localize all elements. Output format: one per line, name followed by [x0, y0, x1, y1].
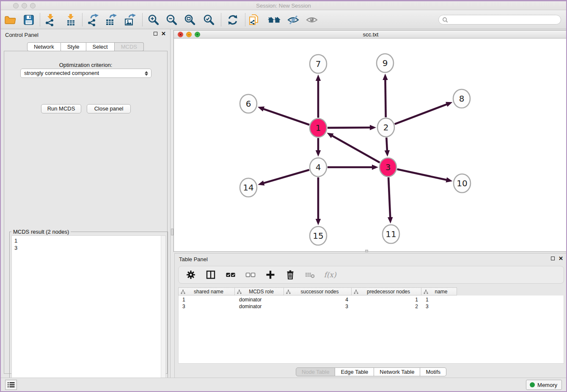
- export-image-button[interactable]: [123, 13, 138, 27]
- graph-node-15[interactable]: 15: [310, 226, 327, 245]
- zoom-out-button[interactable]: [165, 13, 179, 27]
- show-column-panel-button[interactable]: [205, 269, 216, 280]
- zoom-in-button[interactable]: [146, 13, 161, 27]
- canvas-splitter-handle[interactable]: [365, 250, 368, 252]
- graph-node-14[interactable]: 14: [240, 178, 257, 197]
- column-header-shared-name[interactable]: shared name: [178, 287, 235, 295]
- function-builder-button-disabled[interactable]: f(x): [325, 269, 336, 280]
- criterion-dropdown[interactable]: strongly connected component: [20, 69, 151, 78]
- control-panel-title: Control Panel: [5, 32, 39, 38]
- tab-network-table[interactable]: Network Table: [374, 367, 420, 376]
- graph-edge-4-14[interactable]: [258, 170, 309, 185]
- tab-edge-table[interactable]: Edge Table: [335, 367, 374, 376]
- table-settings-button[interactable]: [185, 269, 196, 280]
- run-mcds-button[interactable]: Run MCDS: [41, 104, 81, 113]
- close-panel-icon[interactable]: ✕: [161, 32, 166, 36]
- plus-icon: [265, 269, 276, 280]
- column-label: name: [435, 289, 447, 295]
- search-icon: [442, 17, 448, 23]
- deselect-all-columns-button[interactable]: [245, 269, 256, 280]
- import-network-button[interactable]: [43, 13, 58, 27]
- memory-button[interactable]: Memory: [526, 380, 562, 390]
- home-button[interactable]: [267, 13, 281, 27]
- create-column-button[interactable]: [265, 269, 276, 280]
- graph-edge-3-1[interactable]: [327, 133, 380, 163]
- delete-table-button-disabled[interactable]: [305, 269, 316, 280]
- graph-edge-1-4[interactable]: [316, 138, 321, 157]
- zoom-selected-icon: [203, 14, 215, 26]
- save-session-button[interactable]: [22, 13, 36, 27]
- import-table-button[interactable]: [63, 13, 78, 27]
- task-history-button[interactable]: [5, 380, 17, 390]
- tab-motifs[interactable]: Motifs: [420, 367, 446, 376]
- checked-boxes-icon: [225, 269, 236, 280]
- column-header-mcds-role[interactable]: MCDS role: [235, 287, 284, 295]
- cell-name: 3: [422, 303, 457, 310]
- delete-column-button[interactable]: [285, 269, 296, 280]
- table-row[interactable]: 3dominator323: [179, 303, 457, 310]
- float-panel-icon[interactable]: [154, 32, 157, 36]
- control-panel-tabs: NetworkStyleSelectMCDS: [1, 42, 170, 51]
- toolbar-separator: [245, 13, 245, 26]
- graph-edge-2-3[interactable]: [385, 138, 390, 157]
- table-row[interactable]: 1dominator411: [179, 296, 457, 303]
- cell-successor-nodes: 3: [284, 303, 352, 310]
- graph-node-3[interactable]: 3: [380, 158, 396, 177]
- graph-node-11[interactable]: 11: [383, 225, 399, 243]
- result-scrollbar[interactable]: [161, 236, 165, 392]
- select-all-columns-button[interactable]: [225, 269, 236, 280]
- clone-network-button[interactable]: [247, 13, 261, 27]
- apply-layout-button[interactable]: [226, 13, 240, 27]
- graph-node-4[interactable]: 4: [310, 158, 327, 177]
- export-table-button[interactable]: [104, 13, 118, 27]
- tab-style[interactable]: Style: [61, 42, 86, 51]
- tab-select[interactable]: Select: [86, 42, 115, 51]
- graph-edge-3-11[interactable]: [388, 177, 393, 224]
- node-label: 7: [316, 59, 321, 69]
- show-all-button[interactable]: [305, 13, 319, 27]
- graph-edge-2-9[interactable]: [383, 74, 388, 117]
- graph-edge-1-6[interactable]: [258, 107, 309, 125]
- graph-edge-3-10[interactable]: [397, 169, 453, 182]
- network-window-titlebar: ✕ − + scc.txt: [174, 30, 567, 39]
- graph-node-6[interactable]: 6: [240, 94, 257, 113]
- zoom-selected-button[interactable]: [202, 13, 216, 27]
- graph-node-1[interactable]: 1: [310, 119, 327, 137]
- column-header-successor-nodes[interactable]: successor nodes: [284, 287, 352, 295]
- hide-selected-button[interactable]: [286, 13, 300, 27]
- graph-edge-1-7[interactable]: [316, 75, 321, 118]
- tab-network[interactable]: Network: [27, 42, 61, 51]
- sort-icon: [424, 290, 428, 294]
- graph-edge-1-2[interactable]: [328, 125, 376, 130]
- graph-edge-4-3[interactable]: [328, 165, 378, 170]
- table-float-icon[interactable]: [551, 257, 555, 260]
- column-header-predecessor-nodes[interactable]: predecessor nodes: [352, 287, 421, 295]
- mcds-result-list[interactable]: 1 3: [11, 235, 166, 392]
- table-close-icon[interactable]: ✕: [559, 257, 563, 260]
- tab-node-table[interactable]: Node Table: [296, 367, 336, 376]
- graph-node-8[interactable]: 8: [453, 89, 470, 108]
- column-header-name[interactable]: name: [421, 287, 457, 295]
- home-icon: [267, 14, 281, 26]
- close-panel-button[interactable]: Close panel: [87, 104, 131, 113]
- graph-node-2[interactable]: 2: [377, 118, 394, 137]
- zoom-fit-button[interactable]: [183, 13, 197, 27]
- tab-mcds[interactable]: MCDS: [115, 42, 144, 51]
- graph-edge-4-15[interactable]: [316, 177, 321, 225]
- mcds-result-group: MCDS result (2 nodes) 1 3: [9, 232, 168, 392]
- column-label: successor nodes: [300, 289, 339, 295]
- network-canvas[interactable]: 7968124314101511: [174, 39, 567, 251]
- graph-node-10[interactable]: 10: [454, 174, 471, 193]
- graph-node-9[interactable]: 9: [377, 54, 394, 72]
- search-input[interactable]: [448, 17, 561, 23]
- graph-node-7[interactable]: 7: [310, 55, 327, 73]
- open-session-button[interactable]: [3, 13, 17, 27]
- search-field[interactable]: [438, 15, 561, 25]
- table-body: 1dominator4113dominator323: [178, 295, 564, 364]
- graph-edge-2-8[interactable]: [395, 102, 453, 124]
- mcds-tab-content: Optimization criterion: strongly connect…: [4, 51, 168, 374]
- import-table-icon: [64, 14, 77, 26]
- table-tabs: Node TableEdge TableNetwork TableMotifs: [175, 367, 567, 376]
- new-network-button[interactable]: [86, 13, 100, 27]
- unchecked-boxes-icon: [245, 269, 256, 280]
